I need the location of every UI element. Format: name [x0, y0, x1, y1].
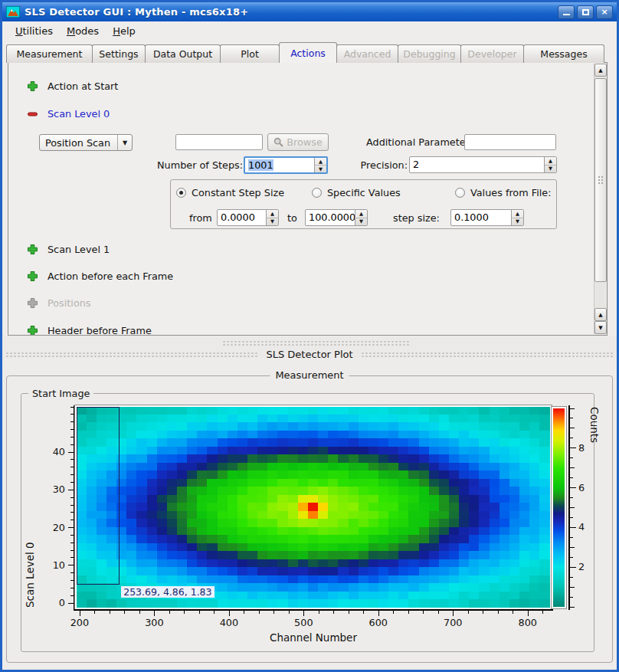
colorbar-minor-tick — [570, 408, 575, 409]
tab-settings[interactable]: Settings — [92, 44, 146, 63]
x-minor-tick — [94, 611, 95, 614]
positions-row: Positions — [27, 297, 91, 309]
colorbar-minor-tick — [570, 497, 573, 498]
step-size-label: step size: — [393, 212, 440, 224]
zoom-selection-rect — [77, 407, 120, 585]
expand-plus-icon[interactable] — [27, 80, 38, 92]
spin-down-icon[interactable]: ▼ — [512, 218, 523, 226]
tab-measurement[interactable]: Measurement — [6, 44, 93, 63]
number-of-steps-value[interactable]: 1001 — [248, 159, 273, 171]
spin-up-icon[interactable]: ▲ — [545, 157, 556, 166]
x-major-tick — [453, 611, 454, 616]
action-row-label[interactable]: Scan Level 1 — [47, 244, 110, 255]
minimize-button[interactable] — [558, 5, 575, 19]
x-tick-label: 700 — [437, 617, 468, 628]
x-tick-marks — [77, 611, 550, 617]
header-before-frame-row[interactable]: Header before Frame — [27, 324, 152, 336]
menu-modes[interactable]: Modes — [60, 24, 106, 38]
spin-down-icon[interactable]: ▼ — [315, 166, 326, 172]
step-mode-groupbox: Constant Step Size Specific Values Value… — [170, 179, 557, 229]
number-of-steps-spinbox[interactable]: 1001 ▲▼ — [244, 156, 328, 174]
action-row-label[interactable]: Action at Start — [47, 80, 118, 92]
collapse-minus-icon[interactable] — [27, 108, 38, 120]
colorbar-minor-tick — [570, 517, 573, 518]
x-major-tick — [528, 611, 529, 616]
colorbar-major-tick — [570, 447, 576, 448]
expand-plus-icon[interactable] — [27, 325, 38, 336]
scan-level-0-row[interactable]: Scan Level 0 — [27, 107, 110, 120]
colorbar-major-tick — [570, 567, 576, 568]
tab-plot[interactable]: Plot — [220, 44, 280, 63]
radio-values-from-file[interactable]: Values from File: — [455, 187, 551, 198]
x-minor-tick — [542, 611, 543, 614]
precision-value[interactable]: 2 — [410, 157, 544, 172]
menu-utilities[interactable]: Utilities — [8, 24, 60, 38]
splitter-grip-dots[interactable] — [5, 352, 258, 357]
splitter-grip-dots[interactable] — [361, 352, 614, 357]
spin-down-icon[interactable]: ▼ — [355, 218, 367, 226]
to-spinbox[interactable]: 100.0000 ▲▼ — [305, 209, 368, 226]
radio-constant-step-size[interactable]: Constant Step Size — [176, 187, 284, 198]
action-row-label[interactable]: Header before Frame — [47, 325, 152, 336]
scroll-down-button[interactable]: ▼ — [594, 321, 607, 334]
plot-splitter-handle[interactable]: SLS Detector Plot — [2, 336, 617, 358]
to-value[interactable]: 100.0000 — [306, 210, 355, 225]
start-image-group-title: Start Image — [28, 388, 93, 399]
spin-up-icon[interactable]: ▲ — [315, 158, 326, 166]
x-minor-tick — [110, 611, 110, 614]
magnifier-icon — [273, 137, 283, 147]
from-spinbox[interactable]: 0.0000 ▲▼ — [217, 209, 279, 226]
tab-data-output[interactable]: Data Output — [145, 44, 221, 63]
spin-down-icon[interactable]: ▼ — [545, 166, 556, 173]
scroll-up-button[interactable]: ▲ — [594, 64, 607, 77]
colorbar-minor-tick — [570, 577, 573, 578]
scrollbar-thumb[interactable] — [594, 78, 607, 282]
maximize-button[interactable] — [577, 5, 594, 19]
tab-messages[interactable]: Messages — [523, 44, 604, 63]
scan-mode-select[interactable]: Position Scan ▼ — [39, 134, 133, 151]
heatmap-plot-area[interactable]: 253.69, 4.86, 1.83 — [75, 405, 552, 609]
spin-down-icon[interactable]: ▼ — [267, 218, 278, 226]
y-tick-label: 10 — [42, 559, 65, 571]
step-size-spinbox[interactable]: 0.1000 ▲▼ — [450, 209, 524, 226]
colorbar-tick-label: 4 — [578, 521, 585, 533]
precision-spinbox[interactable]: 2 ▲▼ — [409, 156, 557, 173]
from-value[interactable]: 0.0000 — [218, 210, 266, 225]
radio-specific-values[interactable]: Specific Values — [312, 187, 401, 198]
colorbar-tick-label: 8 — [578, 442, 585, 454]
colorbar-major-tick — [570, 487, 576, 488]
expand-plus-icon[interactable] — [27, 270, 38, 282]
action-at-start-row[interactable]: Action at Start — [27, 80, 118, 92]
action-before-frame-row[interactable]: Action before each Frame — [27, 270, 173, 282]
close-button[interactable]: × — [596, 5, 613, 19]
title-bar[interactable]: SLS Detector GUI : Mythen - mcs6x18+ × — [2, 2, 617, 21]
scroll-up-button-2[interactable]: ▲ — [594, 308, 607, 321]
vertical-scrollbar[interactable]: ▲ ▲ ▼ — [594, 64, 606, 334]
x-minor-tick — [139, 611, 140, 614]
splitter-grip-dots[interactable] — [222, 340, 410, 346]
spin-up-icon[interactable]: ▲ — [267, 210, 278, 218]
spin-up-icon[interactable]: ▲ — [355, 210, 367, 218]
x-minor-tick — [184, 611, 185, 614]
action-row-label[interactable]: Scan Level 0 — [47, 108, 110, 120]
action-row-label[interactable]: Action before each Frame — [47, 270, 173, 282]
colorbar-minor-tick — [570, 537, 573, 538]
radio-label: Constant Step Size — [192, 187, 284, 198]
scan-script-input[interactable] — [175, 134, 263, 150]
radio-unselected-icon[interactable] — [455, 188, 465, 198]
menu-help[interactable]: Help — [106, 24, 142, 38]
x-tick-label: 600 — [363, 617, 394, 628]
x-minor-tick — [169, 611, 170, 614]
step-size-value[interactable]: 0.1000 — [451, 210, 511, 225]
radio-unselected-icon[interactable] — [312, 188, 322, 198]
radio-label: Values from File: — [470, 187, 551, 198]
app-window: SLS Detector GUI : Mythen - mcs6x18+ × U… — [0, 0, 619, 672]
heatmap-canvas[interactable] — [77, 407, 550, 608]
radio-selected-icon[interactable] — [176, 188, 186, 198]
scan-level-1-row[interactable]: Scan Level 1 — [27, 243, 110, 255]
expand-plus-icon[interactable] — [27, 244, 38, 255]
spin-up-icon[interactable]: ▲ — [512, 210, 523, 218]
close-icon: × — [601, 7, 608, 17]
tab-actions[interactable]: Actions — [279, 42, 337, 63]
y-major-tick — [68, 527, 74, 528]
